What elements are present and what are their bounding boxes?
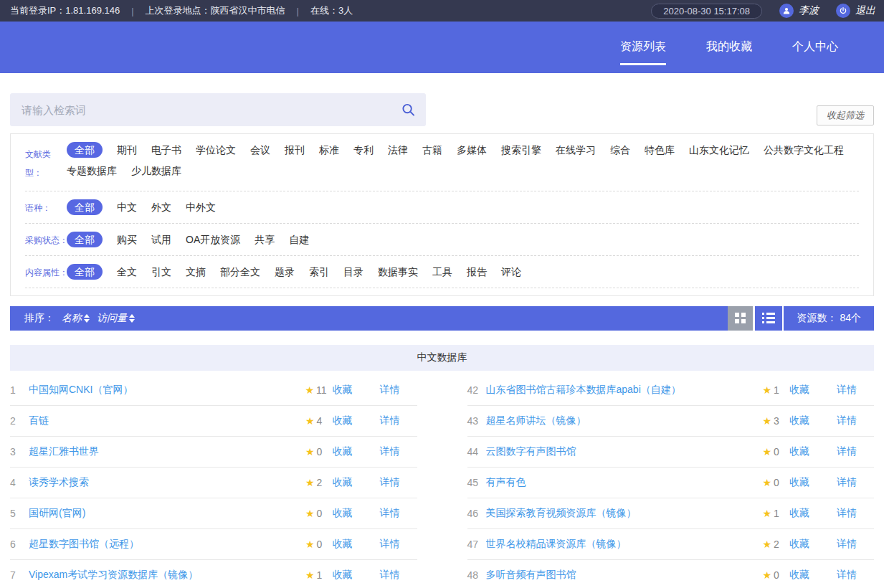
filter-option[interactable]: 中外文: [186, 199, 216, 215]
user-menu[interactable]: 李波: [779, 4, 819, 18]
search-icon[interactable]: [401, 103, 415, 117]
star-icon: ★: [762, 384, 771, 396]
filter-option[interactable]: 会议: [250, 142, 270, 158]
favorite-button[interactable]: 收藏: [333, 476, 353, 489]
filter-option[interactable]: 引文: [151, 264, 171, 280]
detail-link[interactable]: 详情: [837, 384, 857, 397]
filter-option[interactable]: 专利: [353, 142, 374, 158]
sort-by-2[interactable]: 访问量: [97, 312, 135, 325]
favorite-button[interactable]: 收藏: [333, 507, 353, 520]
filter-option[interactable]: 期刊: [117, 142, 137, 158]
favorite-button[interactable]: 收藏: [333, 445, 353, 458]
filter-option-selected[interactable]: 全部: [67, 232, 103, 247]
detail-link[interactable]: 详情: [837, 445, 857, 458]
detail-link[interactable]: 详情: [380, 476, 400, 489]
nav-tab-2[interactable]: 我的收藏: [706, 39, 752, 65]
resource-link[interactable]: 美国探索教育视频资源库（镜像）: [486, 507, 763, 520]
collapse-filter-button[interactable]: 收起筛选: [817, 105, 874, 125]
favorite-button[interactable]: 收藏: [789, 569, 809, 582]
detail-link[interactable]: 详情: [380, 384, 400, 397]
favorite-button[interactable]: 收藏: [333, 384, 353, 397]
detail-link[interactable]: 详情: [380, 445, 400, 458]
filter-option-selected[interactable]: 全部: [67, 142, 103, 158]
filter-option[interactable]: 综合: [610, 142, 630, 158]
filter-option[interactable]: 报刊: [285, 142, 305, 158]
main-nav: 资源列表我的收藏个人中心: [620, 22, 838, 73]
favorite-button[interactable]: 收藏: [333, 538, 353, 551]
resource-link[interactable]: 多听音频有声图书馆: [486, 569, 763, 582]
nav-tab-3[interactable]: 个人中心: [792, 39, 838, 65]
filter-option-selected[interactable]: 全部: [67, 264, 103, 280]
favorite-button[interactable]: 收藏: [333, 414, 353, 427]
detail-link[interactable]: 详情: [380, 414, 400, 427]
resource-link[interactable]: 世界名校精品课资源库（镜像）: [486, 538, 763, 551]
detail-link[interactable]: 详情: [837, 476, 857, 489]
detail-link[interactable]: 详情: [837, 569, 857, 582]
detail-link[interactable]: 详情: [837, 538, 857, 551]
filter-option[interactable]: 在线学习: [556, 142, 596, 158]
filter-option[interactable]: 试用: [151, 232, 171, 247]
filter-option[interactable]: 专题数据库: [67, 163, 117, 179]
list-view-button[interactable]: [755, 306, 782, 331]
filter-option[interactable]: 电子书: [151, 142, 181, 158]
filter-option[interactable]: 全文: [117, 264, 137, 280]
logout-button[interactable]: 退出: [836, 4, 875, 18]
resource-link[interactable]: 云图数字有声图书馆: [486, 445, 763, 458]
favorite-button[interactable]: 收藏: [789, 384, 809, 397]
filter-option[interactable]: 外文: [151, 199, 171, 215]
filter-option[interactable]: 索引: [309, 264, 329, 280]
filter-option[interactable]: 少儿数据库: [131, 163, 181, 179]
resource-link[interactable]: 国研网(官网): [29, 507, 305, 520]
filter-option[interactable]: 数据事实: [378, 264, 418, 280]
resource-link[interactable]: 超星名师讲坛（镜像）: [486, 414, 763, 427]
filter-option[interactable]: 自建: [289, 232, 309, 247]
detail-link[interactable]: 详情: [380, 569, 400, 582]
filter-option[interactable]: 文摘: [186, 264, 206, 280]
filter-option[interactable]: 评论: [501, 264, 521, 280]
filter-option[interactable]: 古籍: [422, 142, 442, 158]
favorite-button[interactable]: 收藏: [789, 445, 809, 458]
filter-option[interactable]: 部分全文: [220, 264, 260, 280]
filter-option[interactable]: OA开放资源: [186, 232, 240, 247]
filter-option[interactable]: 法律: [388, 142, 408, 158]
filter-option[interactable]: 报告: [467, 264, 487, 280]
filter-option[interactable]: 标准: [319, 142, 339, 158]
filter-option[interactable]: 公共数字文化工程: [764, 142, 844, 158]
resource-link[interactable]: Vipexam考试学习资源数据库（镜像）: [29, 569, 305, 582]
favorite-button[interactable]: 收藏: [789, 476, 809, 489]
sort-by-1[interactable]: 名称: [62, 312, 90, 325]
resource-link[interactable]: 中国知网CNKI（官网）: [29, 384, 305, 397]
filter-option[interactable]: 搜索引擎: [501, 142, 541, 158]
resource-link[interactable]: 超星汇雅书世界: [29, 445, 305, 458]
filter-option[interactable]: 工具: [432, 264, 452, 280]
filter-option[interactable]: 目录: [343, 264, 363, 280]
filter-option[interactable]: 学位论文: [196, 142, 236, 158]
star-icon: ★: [762, 569, 771, 581]
favorite-button[interactable]: 收藏: [789, 538, 809, 551]
search-input[interactable]: [10, 93, 426, 126]
filter-option[interactable]: 购买: [117, 232, 137, 247]
resource-link[interactable]: 超星数字图书馆（远程）: [29, 538, 305, 551]
favorite-button[interactable]: 收藏: [333, 569, 353, 582]
resource-link[interactable]: 有声有色: [486, 476, 763, 489]
detail-link[interactable]: 详情: [380, 507, 400, 520]
filter-option[interactable]: 山东文化记忆: [689, 142, 749, 158]
filter-option[interactable]: 中文: [117, 199, 137, 215]
nav-tab-1[interactable]: 资源列表: [620, 39, 666, 65]
login-ip: 当前登录IP：1.81.169.146: [10, 4, 120, 17]
filter-option[interactable]: 多媒体: [457, 142, 487, 158]
resource-link[interactable]: 山东省图书馆古籍珍本数据库apabi（自建）: [486, 384, 763, 397]
filter-option[interactable]: 共享: [255, 232, 275, 247]
filter-option-selected[interactable]: 全部: [67, 199, 103, 215]
resource-link[interactable]: 读秀学术搜索: [29, 476, 305, 489]
detail-link[interactable]: 详情: [380, 538, 400, 551]
detail-link[interactable]: 详情: [837, 507, 857, 520]
resource-link[interactable]: 百链: [29, 414, 305, 427]
filter-option[interactable]: 题录: [275, 264, 295, 280]
search-box[interactable]: [10, 93, 426, 126]
favorite-button[interactable]: 收藏: [789, 414, 809, 427]
grid-view-button[interactable]: [728, 306, 755, 331]
filter-option[interactable]: 特色库: [645, 142, 675, 158]
detail-link[interactable]: 详情: [837, 414, 857, 427]
favorite-button[interactable]: 收藏: [789, 507, 809, 520]
